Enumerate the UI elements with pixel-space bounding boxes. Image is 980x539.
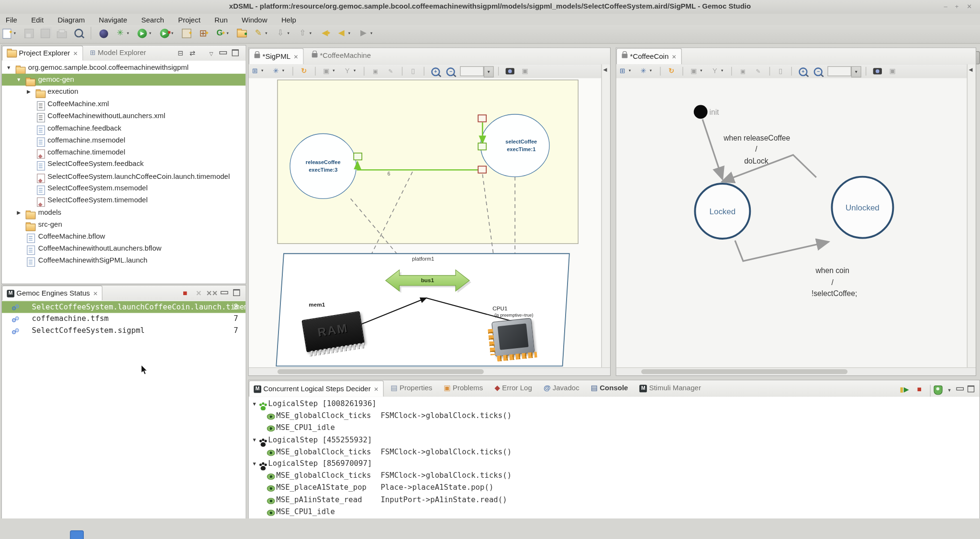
transition-locked-to-unlocked[interactable] — [735, 241, 829, 261]
tree-item-msemodel[interactable]: coffemachine.msemodel — [2, 134, 245, 146]
run-external-button[interactable]: ▶■ — [158, 27, 171, 39]
view-menu-button[interactable]: ▽ — [206, 47, 217, 59]
logical-step-row[interactable]: LogicalStep [856970097] — [249, 458, 980, 470]
play-steps-button[interactable]: ▮▶ — [899, 383, 910, 396]
new-wizard-button[interactable]: ✦ — [0, 27, 13, 39]
window-close-button[interactable] — [965, 2, 974, 11]
tree-item-project[interactable]: org.gemoc.sample.bcool.coffeemachinewith… — [2, 62, 245, 74]
shield-icon[interactable] — [933, 383, 944, 396]
selection-tool-icon[interactable]: ⊞ — [617, 66, 628, 76]
select-hidden-icon[interactable]: ▣ — [737, 66, 749, 76]
gemoc-refresh-dropdown[interactable] — [226, 27, 232, 39]
edit-mode-icon[interactable]: ✎ — [753, 66, 764, 76]
menu-navigate[interactable]: Navigate — [93, 15, 133, 25]
initial-state-dot[interactable] — [694, 105, 708, 119]
maximize-view-button[interactable] — [233, 289, 240, 296]
cpu-chip-image[interactable] — [491, 318, 535, 357]
gemoc-refresh-button[interactable]: G✦ — [213, 27, 226, 39]
previous-annotation-dropdown[interactable] — [310, 27, 315, 39]
zoom-out-icon[interactable]: − — [445, 66, 457, 76]
zoom-level-dropdown[interactable] — [851, 66, 861, 77]
next-annotation-dropdown[interactable] — [288, 27, 293, 39]
export-image-icon[interactable] — [872, 66, 883, 76]
save-all-button[interactable] — [39, 27, 52, 39]
mse-row[interactable]: MSE_globalClock_ticksFSMClock->globalClo… — [249, 470, 980, 482]
maximize-view-button[interactable] — [232, 49, 239, 56]
next-annotation-button[interactable]: ⇩ — [274, 27, 287, 39]
tree-item-models[interactable]: models — [2, 207, 245, 219]
tab-logical-steps-decider[interactable]: Concurrent Logical Steps Decider — [249, 380, 384, 396]
horizontal-scrollbar[interactable] — [616, 367, 976, 375]
align-icon[interactable]: Y — [709, 66, 721, 76]
stop-engine-button[interactable]: ■ — [179, 287, 191, 299]
tab-stimuli-manager[interactable]: Stimuli Manager — [635, 380, 705, 396]
dispose-all-engines-button[interactable]: ✕✕ — [206, 287, 218, 299]
shield-dropdown[interactable]: ▼ — [944, 383, 955, 396]
tab-javadoc[interactable]: @ Javadoc — [539, 380, 584, 396]
paste-layout-icon[interactable]: ▯ — [408, 66, 419, 76]
close-icon[interactable]: ✕ — [672, 54, 677, 60]
debug-dropdown[interactable] — [127, 27, 133, 39]
chevron-down-icon[interactable] — [251, 458, 257, 470]
mse-row[interactable]: MSE_CPU1_idle — [249, 506, 980, 518]
select-hidden-icon[interactable]: ▣ — [370, 66, 381, 76]
mse-row[interactable]: MSE_globalClock_ticksFSMClock->globalClo… — [249, 410, 980, 422]
mse-row[interactable]: MSE_CPU1_idle — [249, 422, 980, 434]
output-port[interactable] — [354, 153, 362, 160]
tree-item-bflow[interactable]: CoffeeMachine.bflow — [2, 231, 245, 242]
palette-collapsed-strip[interactable] — [967, 65, 976, 368]
filters-dropdown[interactable] — [650, 66, 656, 76]
align-icon[interactable]: Y — [342, 66, 353, 76]
menu-file[interactable]: File — [0, 15, 23, 25]
copy-appearance-icon[interactable]: ▣ — [321, 66, 332, 76]
menu-diagram[interactable]: Diagram — [52, 15, 90, 25]
chevron-down-icon[interactable] — [251, 434, 257, 446]
tab-engines-status[interactable]: Gemoc Engines Status — [2, 286, 103, 300]
debug-button[interactable]: ✳ — [114, 27, 126, 39]
chevron-right-icon[interactable] — [16, 207, 22, 219]
export-image-icon[interactable] — [504, 66, 516, 76]
copy-appearance-icon[interactable]: ▣ — [688, 66, 700, 76]
chevron-down-icon[interactable] — [16, 74, 22, 86]
chevron-right-icon[interactable] — [26, 86, 32, 98]
mse-row[interactable]: MSE_placeA1State_popPlace->placeA1State.… — [249, 482, 980, 494]
scrollbar-thumb[interactable] — [278, 369, 484, 374]
stop-steps-button[interactable]: ■ — [914, 383, 925, 396]
layers-icon[interactable]: ▣ — [887, 66, 899, 76]
engine-row[interactable]: coffemachine.tfsm7 — [2, 313, 245, 325]
mse-row[interactable]: MSE_globalClock_ticksFSMClock->globalClo… — [249, 446, 980, 458]
refresh-diagram-icon[interactable]: ↻ — [298, 66, 310, 76]
selection-tool-icon[interactable]: ⊞ — [249, 66, 261, 76]
link-with-editor-button[interactable]: ⇄ — [187, 47, 199, 59]
close-icon[interactable]: ✕ — [294, 54, 299, 60]
close-icon[interactable] — [73, 51, 78, 57]
layers-icon[interactable]: ▣ — [520, 66, 531, 76]
engine-row[interactable]: SelectCoffeeSystem.sigpml7 — [2, 325, 245, 337]
engine-row[interactable]: SelectCoffeeSystem.launchCoffeeCoin.laun… — [2, 301, 245, 313]
forward-button[interactable]: ▶ — [357, 27, 370, 39]
actor-selectCoffee[interactable] — [480, 114, 549, 177]
tab-sigpml[interactable]: *SigPML✕ — [249, 48, 304, 65]
tab-project-explorer[interactable]: Project Explorer — [2, 45, 83, 60]
sigpml-canvas[interactable]: releaseCoffee execTime:3 selectCoffee ex… — [249, 78, 602, 368]
copy-appearance-dropdown[interactable] — [700, 66, 706, 76]
run-dropdown[interactable] — [149, 27, 155, 39]
filters-icon[interactable]: ✳ — [270, 66, 282, 76]
logical-step-row[interactable]: LogicalStep [455255932] — [249, 434, 980, 446]
maximize-view-button[interactable] — [968, 385, 974, 392]
chevron-down-icon[interactable] — [6, 62, 12, 74]
zoom-in-icon[interactable]: + — [430, 66, 441, 76]
tree-item-execution[interactable]: execution — [2, 86, 245, 98]
zoom-level-combo[interactable] — [460, 66, 484, 76]
tree-item-wol-bflow[interactable]: CoffeeMachinewithoutLaunchers.bflow — [2, 242, 245, 254]
zoom-out-icon[interactable]: − — [813, 66, 824, 76]
tab-coffeemachine[interactable]: *CoffeeMachine — [307, 48, 376, 64]
last-edit-location-button[interactable]: ◀✦ — [319, 27, 331, 39]
filters-icon[interactable]: ✳ — [638, 66, 649, 76]
gemoc-grid-button[interactable]: ⊞✦ — [197, 27, 209, 39]
mse-row[interactable]: MSE_pA1inState_readInputPort->pA1inState… — [249, 494, 980, 506]
refresh-diagram-icon[interactable]: ↻ — [666, 66, 677, 76]
menu-run[interactable]: Run — [209, 15, 233, 25]
menu-window[interactable]: Window — [236, 15, 273, 25]
run-external-dropdown[interactable] — [171, 27, 177, 39]
